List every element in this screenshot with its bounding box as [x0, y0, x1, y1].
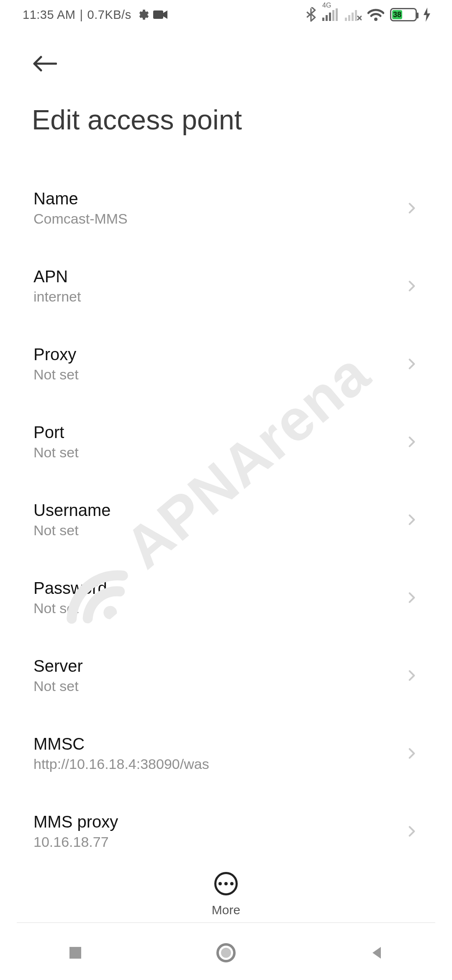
signal-4g-icon: 4G [322, 8, 339, 21]
battery-icon: 38 [390, 8, 417, 21]
row-password[interactable]: Password Not set [33, 559, 419, 637]
row-label: Username [33, 501, 111, 520]
network-type-label: 4G [322, 2, 331, 9]
row-value: Not set [33, 678, 83, 694]
row-label: MMSC [33, 735, 209, 753]
chevron-right-icon [405, 669, 419, 682]
row-value: Comcast-MMS [33, 211, 128, 227]
svg-rect-7 [345, 18, 347, 21]
nav-back-button[interactable] [364, 940, 389, 965]
battery-percentage: 38 [392, 10, 402, 19]
row-value: http://10.16.18.4:38090/was [33, 756, 209, 772]
triangle-left-icon [368, 944, 385, 961]
circle-icon [216, 943, 236, 963]
row-label: Password [33, 579, 107, 598]
status-left: 11:35 AM | 0.7KB/s [23, 8, 168, 22]
row-value: Not set [33, 600, 107, 616]
svg-rect-5 [332, 10, 334, 21]
chevron-right-icon [405, 201, 419, 215]
status-sep: | [80, 8, 83, 22]
bluetooth-icon [306, 7, 316, 22]
nav-recents-button[interactable] [63, 940, 88, 965]
row-value: Not set [33, 366, 79, 383]
chevron-right-icon [405, 825, 419, 838]
camera-icon [153, 9, 168, 21]
status-data-rate: 0.7KB/s [87, 8, 131, 22]
more-label: More [212, 903, 240, 917]
row-value: Not set [33, 444, 79, 461]
arrow-left-icon [32, 54, 57, 73]
chevron-right-icon [405, 747, 419, 760]
dot-icon [218, 882, 222, 885]
row-label: Name [33, 189, 128, 208]
status-time: 11:35 AM [23, 8, 76, 22]
more-button[interactable] [214, 872, 238, 895]
page-title: Edit access point [32, 104, 420, 136]
row-mmsc[interactable]: MMSC http://10.16.18.4:38090/was [33, 714, 419, 792]
svg-rect-2 [322, 18, 324, 21]
row-username[interactable]: Username Not set [33, 481, 419, 559]
gear-icon [136, 8, 149, 21]
row-server[interactable]: Server Not set [33, 637, 419, 714]
row-value: 10.16.18.77 [33, 834, 118, 850]
square-icon [67, 944, 84, 961]
svg-rect-12 [69, 947, 81, 959]
chevron-right-icon [405, 513, 419, 526]
row-label: MMS proxy [33, 812, 118, 831]
dot-icon [224, 882, 228, 885]
back-button[interactable] [32, 50, 59, 77]
svg-rect-8 [348, 15, 350, 21]
chevron-right-icon [405, 591, 419, 604]
bottom-action-bar: More [0, 872, 452, 917]
row-label: Port [33, 423, 79, 442]
row-label: Server [33, 657, 83, 676]
dot-icon [230, 882, 234, 885]
row-label: APN [33, 267, 81, 286]
row-mms-proxy[interactable]: MMS proxy 10.16.18.77 [33, 792, 419, 859]
svg-rect-6 [336, 8, 338, 21]
system-nav-bar [0, 926, 452, 980]
status-right: 4G 38 [306, 7, 431, 22]
svg-rect-3 [326, 15, 328, 21]
row-value: internet [33, 289, 81, 305]
divider [17, 922, 435, 923]
svg-rect-10 [355, 10, 357, 21]
row-proxy[interactable]: Proxy Not set [33, 325, 419, 403]
svg-rect-9 [352, 13, 354, 21]
chevron-right-icon [405, 279, 419, 293]
row-port[interactable]: Port Not set [33, 403, 419, 481]
row-apn[interactable]: APN internet [33, 247, 419, 325]
svg-rect-1 [153, 10, 163, 19]
nav-home-button[interactable] [213, 940, 239, 965]
chevron-right-icon [405, 357, 419, 371]
charging-icon [423, 8, 431, 22]
status-bar: 11:35 AM | 0.7KB/s 4G 38 [0, 0, 452, 29]
row-value: Not set [33, 522, 111, 539]
row-label: Proxy [33, 345, 79, 364]
svg-point-14 [221, 948, 231, 958]
row-name[interactable]: Name Comcast-MMS [33, 169, 419, 247]
settings-list: Name Comcast-MMS APN internet Proxy Not … [0, 152, 452, 859]
wifi-status-icon [367, 8, 384, 21]
svg-rect-4 [329, 13, 331, 21]
chevron-right-icon [405, 435, 419, 449]
signal-no-sim-icon [345, 8, 362, 21]
header: Edit access point [0, 29, 452, 152]
svg-point-11 [374, 18, 378, 21]
